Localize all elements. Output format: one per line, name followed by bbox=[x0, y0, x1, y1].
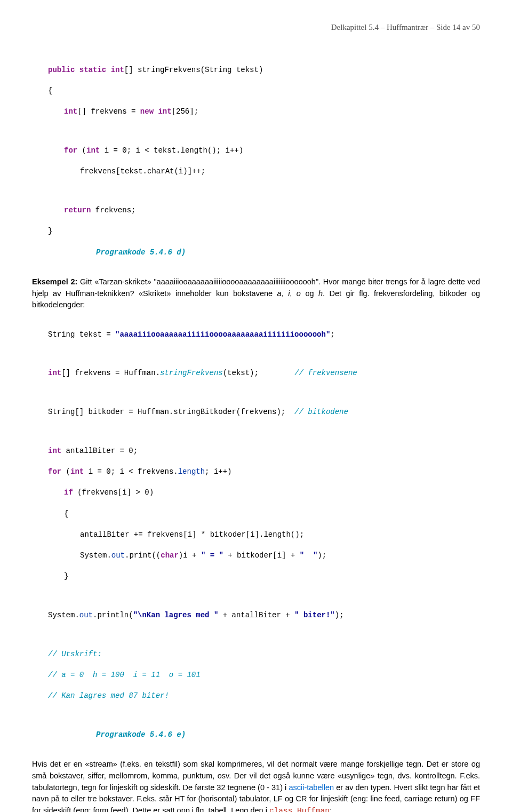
class-ref: class Huffman bbox=[269, 807, 330, 812]
ascii-table-link[interactable]: ascii-tabellen bbox=[289, 783, 334, 792]
prop: out bbox=[111, 551, 125, 560]
comment: // a = 0 h = 100 i = 11 o = 101 bbox=[48, 671, 201, 679]
text: i = 0; i < frekvens. bbox=[84, 467, 178, 476]
text: } bbox=[48, 571, 480, 582]
method: stringFrekvens bbox=[160, 369, 223, 377]
text: } bbox=[48, 226, 480, 237]
text: og bbox=[301, 289, 318, 298]
text: frekvens[tekst.charAt(i)]++; bbox=[48, 166, 480, 177]
text: + antallBiter + bbox=[218, 611, 294, 619]
text: , bbox=[290, 289, 297, 298]
text: frekvens; bbox=[91, 206, 135, 214]
string-lit: "aaaaiiiooaaaaaaiiiiiooooaaaaaaaaiiiiiii… bbox=[115, 330, 330, 339]
text: System. bbox=[48, 611, 79, 619]
text: System. bbox=[80, 551, 111, 560]
text: .print(( bbox=[125, 551, 161, 560]
text: String tekst = bbox=[48, 330, 115, 339]
text: String[] bitkoder = Huffman.stringBitkod… bbox=[48, 408, 294, 416]
text: : bbox=[330, 806, 332, 812]
text: ; i++) bbox=[205, 467, 231, 476]
string-lit: " " bbox=[300, 551, 318, 560]
text: { bbox=[48, 86, 480, 97]
code-caption-d: Programkode 5.4.6 d) bbox=[96, 248, 186, 257]
text: ( bbox=[61, 467, 70, 476]
kw: if bbox=[64, 488, 73, 497]
text: )i + bbox=[179, 551, 201, 560]
text: ); bbox=[317, 551, 326, 560]
prop: out bbox=[79, 611, 93, 619]
text: antallBiter += frekvens[i] * bitkoder[i]… bbox=[48, 530, 480, 540]
string-lit: " = " bbox=[201, 551, 223, 560]
example-2-paragraph: Eksempel 2: Gitt «Tarzan-skriket» "aaaai… bbox=[32, 276, 480, 311]
page-header: Delkapittel 5.4 – Huffmantrær – Side 14 … bbox=[32, 21, 480, 34]
kw: public static bbox=[48, 66, 111, 74]
kw: int bbox=[86, 146, 100, 155]
text: [256]; bbox=[172, 107, 198, 116]
text: , bbox=[282, 289, 289, 298]
comment: // Utskrift: bbox=[48, 650, 102, 658]
kw: for bbox=[48, 467, 61, 476]
text: ; bbox=[330, 330, 334, 339]
letter: o bbox=[297, 289, 301, 298]
kw: int bbox=[111, 66, 124, 74]
comment: // bitkodene bbox=[294, 408, 348, 416]
text: ); bbox=[335, 611, 344, 619]
string-lit: "\nKan lagres med " bbox=[133, 611, 219, 619]
text: (tekst); bbox=[223, 369, 259, 377]
kw: int bbox=[48, 369, 61, 377]
kw: int bbox=[64, 107, 77, 116]
text: + bitkoder[i] + bbox=[223, 551, 300, 560]
kw: new int bbox=[140, 107, 172, 116]
code-caption-e: Programkode 5.4.6 e) bbox=[96, 730, 186, 739]
stream-paragraph: Hvis det er en «stream» (f.eks. en tekst… bbox=[32, 759, 480, 812]
code-block-e: String tekst = "aaaaiiiooaaaaaaiiiiioooo… bbox=[32, 319, 480, 751]
kw: for bbox=[64, 146, 77, 155]
kw: int bbox=[48, 447, 61, 455]
example-label: Eksempel 2: bbox=[32, 277, 77, 286]
text: antallBiter = 0; bbox=[61, 447, 138, 455]
text: .println( bbox=[93, 611, 133, 619]
text: [] frekvens = bbox=[77, 107, 140, 116]
comment: // Kan lagres med 87 biter! bbox=[48, 691, 169, 700]
text: { bbox=[48, 509, 480, 520]
code-block-d: public static int[] stringFrekvens(Strin… bbox=[32, 55, 480, 268]
kw: return bbox=[64, 206, 91, 214]
letter: a bbox=[277, 289, 282, 298]
text: ( bbox=[77, 146, 86, 155]
kw: int bbox=[70, 467, 84, 476]
prop: length bbox=[178, 467, 205, 476]
string-lit: " biter!" bbox=[294, 611, 335, 619]
text: (frekvens[i] > 0) bbox=[73, 488, 154, 497]
text: i = 0; i < tekst.length(); i++) bbox=[100, 146, 243, 155]
comment: // frekvensene bbox=[294, 369, 357, 377]
text: [] frekvens = Huffman. bbox=[61, 369, 160, 377]
text: [] stringFrekvens(String tekst) bbox=[124, 66, 263, 74]
letter: h bbox=[318, 289, 323, 298]
kw: char bbox=[161, 551, 179, 560]
